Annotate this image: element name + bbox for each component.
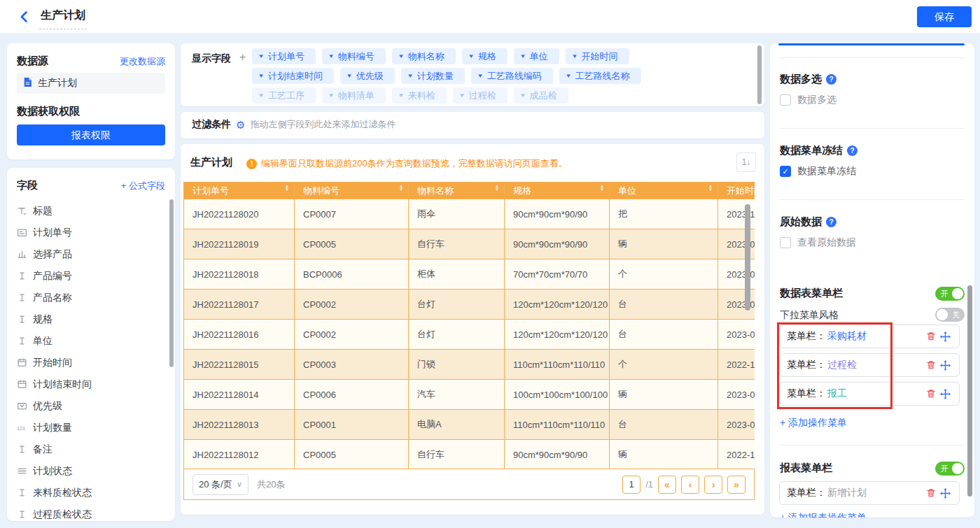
table-column-header[interactable]: 规格▲▼ (505, 183, 610, 199)
display-field-tag[interactable]: ▼规格 (462, 48, 507, 64)
delete-icon[interactable] (924, 387, 938, 401)
display-field-tag[interactable]: ▼工艺路线编码 (471, 68, 553, 84)
menu-item-name[interactable]: 过程检 (827, 359, 857, 371)
field-item[interactable]: 单位 (17, 330, 168, 352)
help-icon[interactable]: ? (847, 145, 858, 156)
save-button[interactable]: 保存 (917, 6, 972, 27)
table-row[interactable]: JH20221128015CP0003门锁110cm*110cm*110/110… (184, 350, 755, 380)
table-row[interactable]: JH20221128017CP0002台灯120cm*120cm*120/120… (184, 290, 755, 320)
table-column-header[interactable]: 物料编号▲▼ (295, 183, 409, 199)
checkbox-unchecked[interactable] (780, 237, 791, 248)
formula-field-link[interactable]: + 公式字段 (121, 180, 165, 192)
field-item[interactable]: 产品名称 (17, 287, 168, 308)
sort-tool-button[interactable]: 1↓ (736, 152, 756, 172)
first-page-button[interactable]: « (658, 476, 676, 494)
help-icon[interactable]: ? (826, 74, 836, 85)
move-icon[interactable] (938, 486, 952, 500)
dropdown-style-toggle[interactable]: 关 (935, 308, 965, 322)
display-field-tag[interactable]: ▼计划数量 (401, 68, 465, 84)
menu-item-name[interactable]: 采购耗材 (827, 330, 867, 343)
field-item[interactable]: 计划状态 (17, 460, 168, 482)
add-display-field-button[interactable]: + (239, 51, 246, 64)
table-column-header[interactable]: 计划单号▲▼ (184, 183, 295, 199)
field-item[interactable]: 来料质检状态 (17, 482, 168, 504)
field-label: 开始时间 (33, 357, 72, 369)
table-row[interactable]: JH20221128014CP0006汽车100cm*100cm*100/100… (184, 380, 755, 410)
move-icon[interactable] (938, 387, 952, 401)
menu-item-row: 菜单栏：新增计划 (779, 481, 960, 505)
display-field-tag[interactable]: ▼计划单号 (252, 48, 316, 64)
menu-item-name[interactable]: 报工 (827, 387, 847, 400)
display-field-tag[interactable]: ▼工艺工序 (252, 87, 316, 104)
raw-data-checkbox-row[interactable]: 查看原始数据 (780, 236, 856, 249)
display-field-tag[interactable]: ▼来料检 (392, 87, 447, 104)
last-page-button[interactable]: » (727, 476, 746, 494)
table-row[interactable]: JH20221128020CP0007雨伞90cm*90cm*90/90把202… (184, 199, 755, 229)
datasource-item[interactable]: 生产计划 (17, 73, 165, 94)
field-item[interactable]: 产品编号 (17, 265, 168, 287)
fields-scrollbar[interactable] (169, 199, 174, 367)
delete-icon[interactable] (924, 486, 938, 500)
table-row[interactable]: JH20221128013CP0001电脑A110cm*110cm*110/11… (184, 410, 755, 440)
table-column-header[interactable]: 物料名称▲▼ (409, 183, 505, 199)
gear-icon[interactable]: ⚙ (236, 120, 245, 130)
table-row[interactable]: JH20221128018BCP0006柜体70cm*70cm*70/70个20… (184, 259, 755, 290)
display-field-tag[interactable]: ▼物料编号 (322, 48, 386, 64)
checkbox-checked[interactable]: ✓ (780, 166, 791, 177)
field-item[interactable]: 备注 (17, 438, 168, 460)
table-vertical-scrollbar[interactable] (745, 204, 750, 311)
sort-icon[interactable]: ▲▼ (600, 185, 604, 192)
field-item[interactable]: 过程质检状态 (17, 504, 168, 521)
sort-icon[interactable]: ▲▼ (495, 185, 499, 192)
field-item[interactable]: 规格 (17, 308, 168, 330)
change-datasource-link[interactable]: 更改数据源 (120, 55, 165, 68)
display-field-tag[interactable]: ▼计划结束时间 (252, 68, 334, 84)
settings-scrollbar[interactable] (967, 285, 972, 497)
report-permission-button[interactable]: 报表权限 (17, 124, 165, 145)
field-item[interactable]: 计划单号 (17, 222, 168, 243)
display-field-tag[interactable]: ▼优先级 (340, 68, 395, 84)
field-item[interactable]: 123计划数量 (17, 417, 168, 438)
page-size-select[interactable]: 20 条/页 ∨ (192, 474, 248, 495)
table-row[interactable]: JH20221128012CP0005自行车90cm*90cm*90/90辆20… (184, 440, 755, 470)
display-field-tag[interactable]: ▼物料清单 (322, 87, 386, 104)
field-item[interactable]: 标题 (17, 200, 168, 222)
table-column-header[interactable]: 开始时间▲▼ (718, 183, 755, 199)
tags-scrollbar[interactable] (757, 45, 762, 104)
delete-icon[interactable] (924, 358, 938, 372)
back-icon[interactable] (17, 9, 32, 24)
move-icon[interactable] (938, 358, 952, 372)
menu-item-prefix: 菜单栏： (787, 359, 826, 371)
display-field-tag[interactable]: ▼开始时间 (566, 48, 629, 64)
table-row[interactable]: JH20221128016CP0002台灯120cm*120cm*120/120… (184, 320, 755, 350)
field-item[interactable]: 计划结束时间 (17, 373, 168, 395)
menu-freeze-checkbox-row[interactable]: ✓ 数据菜单冻结 (780, 165, 856, 178)
delete-icon[interactable] (924, 329, 938, 343)
add-report-menu-link[interactable]: + 添加报表操作菜单 (780, 512, 867, 518)
move-icon[interactable] (938, 329, 952, 343)
add-action-menu-link[interactable]: + 添加操作菜单 (780, 417, 847, 429)
field-item[interactable]: 优先级 (17, 395, 168, 417)
sort-icon[interactable]: ▲▼ (399, 185, 403, 192)
current-page-box[interactable]: 1 (622, 476, 640, 494)
table-column-header[interactable]: 单位▲▼ (610, 183, 718, 199)
report-menu-toggle[interactable]: 开 (935, 462, 965, 476)
table-menu-toggle[interactable]: 开 (935, 287, 965, 301)
field-item[interactable]: 开始时间 (17, 352, 168, 373)
sort-icon[interactable]: ▲▼ (708, 185, 713, 192)
display-field-tag[interactable]: ▼成品检 (514, 87, 568, 104)
table-row[interactable]: JH20221128019CP0005自行车90cm*90cm*90/90辆20… (184, 229, 755, 259)
document-icon (22, 77, 33, 90)
multi-select-checkbox-row[interactable]: 数据多选 (780, 94, 836, 106)
checkbox-unchecked[interactable] (780, 94, 791, 106)
prev-page-button[interactable]: ‹ (681, 476, 699, 494)
next-page-button[interactable]: › (704, 476, 722, 494)
display-field-tag[interactable]: ▼工艺路线名称 (559, 68, 641, 84)
help-icon[interactable]: ? (826, 217, 836, 227)
display-field-tag[interactable]: ▼过程检 (453, 87, 507, 104)
sort-icon[interactable]: ▲▼ (285, 185, 289, 192)
menu-item-name[interactable]: 新增计划 (827, 487, 867, 499)
field-item[interactable]: 选择产品 (17, 243, 168, 265)
display-field-tag[interactable]: ▼物料名称 (392, 48, 456, 64)
display-field-tag[interactable]: ▼单位 (514, 48, 559, 64)
